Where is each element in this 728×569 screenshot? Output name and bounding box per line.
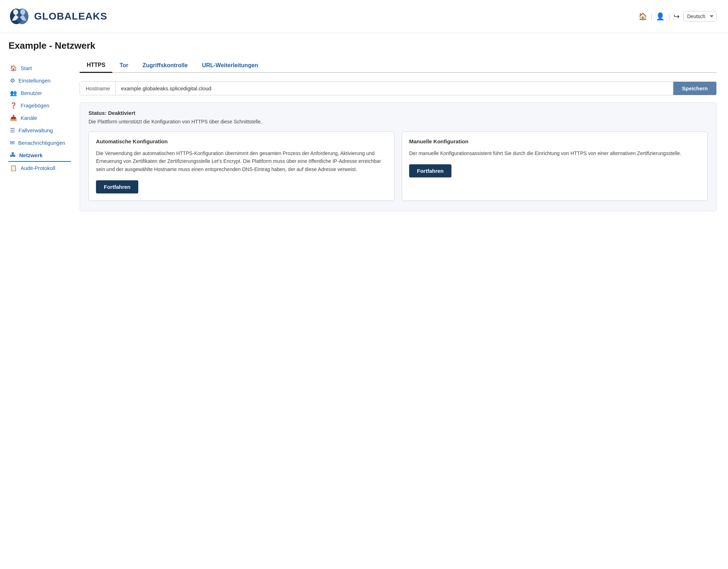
logo-area: GLOBALEAKS [9,6,107,27]
manual-config-title: Manuelle Konfiguration [409,138,700,144]
manual-config-body: Der manuelle Konfigurationsassistent füh… [409,149,700,157]
auto-config-title: Automatische Konfiguration [96,138,387,144]
manual-config-fortfahren-button[interactable]: Fortfahren [409,164,451,177]
home-icon[interactable]: 🏠 [638,12,647,21]
network-icon: 🖧 [10,152,16,158]
users-icon: 👥 [10,90,17,96]
tab-https[interactable]: HTTPS [80,58,112,73]
svg-point-3 [20,9,25,15]
hostname-label: Hostname [80,82,116,95]
svg-point-2 [13,9,18,15]
tab-tor[interactable]: Tor [112,58,135,72]
channels-icon: 📥 [10,115,17,121]
layout: 🏠 Start ⚙ Einstellungen 👥 Benutzer ❓ Fra… [0,55,728,226]
language-dropdown[interactable]: Deutsch English Français Español [683,11,717,22]
sidebar-item-kanäle[interactable]: 📥 Kanäle [9,112,71,124]
page-title-area: Example - Netzwerk [0,33,728,55]
auto-config-fortfahren-button[interactable]: Fortfahren [96,180,138,193]
logo-text: GLOBALEAKS [34,11,107,22]
home-sidebar-icon: 🏠 [10,65,17,71]
header: GLOBALEAKS 🏠 | 👤 | ↪ Deutsch English Fra… [0,0,728,33]
settings-icon: ⚙ [10,77,15,84]
language-selector[interactable]: Deutsch English Français Español [683,11,717,22]
sidebar-item-fallverwaltung[interactable]: ☰ Fallverwaltung [9,124,71,137]
tab-zugriffskontrolle[interactable]: Zugriffskontrolle [135,58,195,72]
status-text: Status: Deaktiviert [89,110,708,116]
manual-config-card: Manuelle Konfiguration Der manuelle Konf… [402,132,708,201]
audit-icon: 📋 [10,165,17,171]
sidebar-item-start[interactable]: 🏠 Start [9,62,71,74]
status-desc: Die Plattform unterstützt die Konfigurat… [89,119,708,124]
tab-bar: HTTPS Tor Zugriffskontrolle URL-Weiterle… [80,58,717,73]
header-right: 🏠 | 👤 | ↪ Deutsch English Français Españ… [638,11,717,22]
logo-icon [9,6,30,27]
sidebar: 🏠 Start ⚙ Einstellungen 👥 Benutzer ❓ Fra… [0,58,71,223]
auto-config-card: Automatische Konfiguration Die Verwendun… [89,132,395,201]
case-mgmt-icon: ☰ [10,127,15,134]
user-icon[interactable]: 👤 [656,12,665,21]
sidebar-item-einstellungen[interactable]: ⚙ Einstellungen [9,74,71,87]
hostname-row: Hostname Speichern [80,81,717,95]
config-cards: Automatische Konfiguration Die Verwendun… [89,132,708,201]
auto-config-body: Die Verwendung der automatischen HTTPS-K… [96,149,387,173]
tab-url-weiterleitungen[interactable]: URL-Weiterleitungen [195,58,265,72]
sidebar-item-benutzer[interactable]: 👥 Benutzer [9,87,71,99]
sidebar-item-benachrichtigungen[interactable]: ✉ Benachrichtigungen [9,137,71,149]
sidebar-item-netzwerk[interactable]: 🖧 Netzwerk [9,149,71,162]
notifications-icon: ✉ [10,139,15,146]
hostname-input[interactable] [116,82,673,95]
page-title: Example - Netzwerk [9,40,719,51]
main-content: HTTPS Tor Zugriffskontrolle URL-Weiterle… [71,58,728,223]
logout-icon[interactable]: ↪ [674,12,680,21]
sidebar-item-audit-protokoll[interactable]: 📋 Audit-Protokoll [9,162,71,174]
status-box: Status: Deaktiviert Die Plattform unters… [80,102,717,211]
sidebar-item-fragebögen[interactable]: ❓ Fragebögen [9,99,71,112]
save-button[interactable]: Speichern [673,82,716,95]
questionnaire-icon: ❓ [10,102,17,109]
